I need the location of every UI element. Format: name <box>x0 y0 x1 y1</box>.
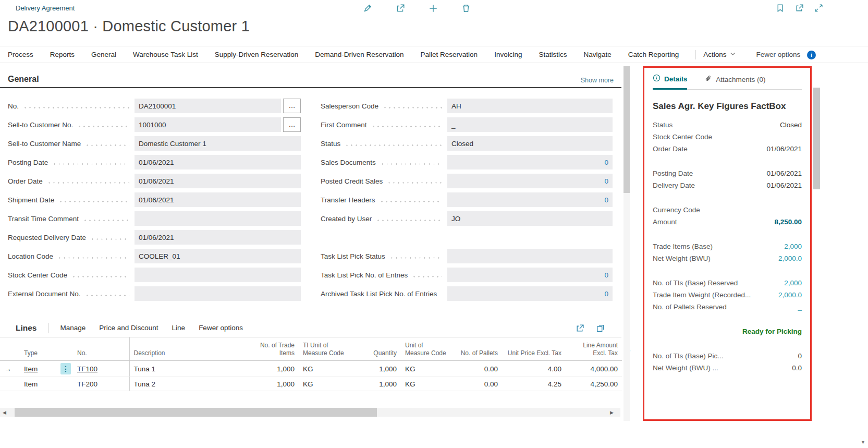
field-input[interactable]: 0 <box>447 286 613 301</box>
assist-edit-button[interactable]: … <box>283 117 301 132</box>
factbox-row-value[interactable]: 01/06/2021 <box>766 145 802 153</box>
scroll-down-icon[interactable]: ▼ <box>861 440 865 445</box>
field-input[interactable]: 0 <box>447 174 613 188</box>
field-input[interactable]: COOLER_01 <box>135 249 301 263</box>
factbox-row-value[interactable]: 0 <box>798 352 802 360</box>
cell-type[interactable]: Item <box>20 377 56 391</box>
cell-unit-price[interactable]: 4.00 <box>502 361 566 377</box>
resize-window-button[interactable] <box>813 3 824 14</box>
col-type[interactable]: Type <box>20 337 56 361</box>
factbox-row-value[interactable]: 2,000 <box>784 279 802 287</box>
delete-button[interactable] <box>460 3 472 14</box>
factbox-row-value[interactable]: 2,000 <box>784 243 802 250</box>
col-line-amount-excl-tax[interactable]: Line Amount Excl. Tax <box>566 337 622 361</box>
field-input[interactable]: 0 <box>447 155 613 169</box>
edit-button[interactable] <box>362 3 373 14</box>
cell-no[interactable]: TF200 <box>73 377 129 391</box>
table-row[interactable]: → Item ⋮ TF100 Tuna 1 1,000 KG 1,000 KG … <box>0 361 622 377</box>
horizontal-scrollbar[interactable]: ◀ ▶ <box>0 408 620 417</box>
col-unit-price-excl-tax[interactable]: Unit Price Excl. Tax <box>502 337 566 361</box>
factbox-row-value[interactable]: Closed <box>780 121 802 129</box>
cell-line-amount[interactable]: 4,250.00 <box>566 377 622 391</box>
action-bar-tab[interactable]: Navigate <box>583 51 620 58</box>
horizontal-scrollbar-thumb[interactable] <box>15 408 377 417</box>
factbox-vertical-scrollbar-thumb[interactable] <box>813 88 820 189</box>
field-input[interactable]: JO <box>447 211 613 226</box>
row-menu-icon[interactable]: ⋮ <box>60 363 71 374</box>
col-unit-of-measure-code[interactable]: Unit of Measure Code <box>401 337 454 361</box>
cell-type[interactable]: Item <box>20 361 56 377</box>
info-icon[interactable]: i <box>807 51 816 59</box>
factbox-row-value[interactable]: 0.0 <box>792 364 802 372</box>
field-input[interactable]: 01/06/2021 <box>135 230 301 245</box>
factbox-row-value[interactable]: 2,000.0 <box>778 291 802 299</box>
lines-menu-price-and-discount[interactable]: Price and Discount <box>99 324 158 332</box>
main-vertical-scrollbar-thumb[interactable] <box>624 66 630 193</box>
cell-trade-items[interactable]: 1,000 <box>249 361 299 377</box>
main-vertical-scrollbar[interactable] <box>624 66 630 421</box>
share-button[interactable] <box>395 3 406 14</box>
assist-edit-button[interactable]: … <box>283 99 301 113</box>
cell-quantity[interactable]: 1,000 <box>355 377 401 391</box>
cell-pallets[interactable]: 0.00 <box>454 361 502 377</box>
field-input[interactable]: AH <box>447 99 613 113</box>
field-input[interactable] <box>135 211 301 226</box>
action-bar-tab[interactable]: Statistics <box>539 51 576 58</box>
field-input[interactable] <box>135 286 301 301</box>
lines-menu-manage[interactable]: Manage <box>60 324 85 332</box>
open-in-window-button[interactable] <box>595 323 606 334</box>
fewer-options-button[interactable]: Fewer options <box>756 51 801 58</box>
action-bar-tab[interactable]: Process <box>8 51 43 58</box>
cell-ti-uom[interactable]: KG <box>299 377 355 391</box>
cell-ti-uom[interactable]: KG <box>299 361 355 377</box>
field-input[interactable]: 01/06/2021 <box>135 174 301 188</box>
action-bar-tab[interactable]: Demand-Driven Reservation <box>315 51 413 58</box>
field-input[interactable]: 01/06/2021 <box>135 155 301 169</box>
col-no[interactable]: No. <box>73 337 129 361</box>
cell-no[interactable]: TF100 <box>73 361 129 377</box>
new-button[interactable] <box>427 3 439 14</box>
factbox-row-value[interactable]: 01/06/2021 <box>766 169 802 177</box>
lines-menu-line[interactable]: Line <box>172 324 186 332</box>
field-input[interactable]: DA2100001 <box>135 99 281 113</box>
action-bar-tab[interactable]: General <box>91 51 126 58</box>
table-row[interactable]: Item TF200 Tuna 2 1,000 KG 1,000 KG 0.00… <box>0 377 622 391</box>
field-input[interactable]: 0 <box>447 192 613 207</box>
tab-details[interactable]: Details <box>653 74 687 90</box>
field-input[interactable] <box>135 268 301 282</box>
bookmark-button[interactable] <box>775 3 786 14</box>
field-input[interactable] <box>447 249 613 263</box>
cell-unit-price[interactable]: 4.25 <box>502 377 566 391</box>
action-bar-tab[interactable]: Pallet Reservation <box>421 51 487 58</box>
scroll-left-icon[interactable]: ◀ <box>0 410 9 415</box>
factbox-row-value[interactable]: _ <box>798 303 802 311</box>
col-description[interactable]: Description <box>129 337 249 361</box>
scroll-right-icon[interactable]: ▶ <box>607 410 616 415</box>
cell-uom[interactable]: KG <box>401 377 454 391</box>
cell-line-amount[interactable]: 4,000.00 <box>566 361 622 377</box>
field-input[interactable]: 0 <box>447 268 613 282</box>
cell-trade-items[interactable]: 1,000 <box>249 377 299 391</box>
action-bar-tab[interactable]: Supply-Driven Reservation <box>215 51 308 58</box>
action-bar-tab[interactable]: Catch Reporting <box>628 51 689 58</box>
factbox-vertical-scrollbar[interactable] <box>813 66 820 421</box>
factbox-row-value[interactable]: Ready for Picking <box>742 328 802 335</box>
action-bar-tab[interactable]: Warehouse Task List <box>133 51 207 58</box>
factbox-row-value[interactable]: 2,000.0 <box>778 255 802 262</box>
col-no-of-pallets[interactable]: No. of Pallets <box>454 337 502 361</box>
col-no-of-trade-items[interactable]: No. of Trade Items <box>249 337 299 361</box>
field-input[interactable]: _ <box>447 117 613 132</box>
show-more-link[interactable]: Show more <box>581 77 614 84</box>
action-bar-tab[interactable]: Invoicing <box>494 51 531 58</box>
factbox-row-value[interactable]: 8,250.00 <box>774 218 802 226</box>
tab-attachments[interactable]: Attachments (0) <box>705 74 765 89</box>
col-ti-unit-of-measure-code[interactable]: TI Unit of Measure Code <box>299 337 355 361</box>
col-quantity[interactable]: Quantity <box>355 337 401 361</box>
cell-pallets[interactable]: 0.00 <box>454 377 502 391</box>
action-bar-tab[interactable]: Reports <box>50 51 84 58</box>
actions-menu[interactable]: Actions <box>703 51 735 58</box>
share-button[interactable] <box>574 323 585 334</box>
cell-description[interactable]: Tuna 1 <box>129 361 249 377</box>
cell-description[interactable]: Tuna 2 <box>129 377 249 391</box>
field-input[interactable]: 1001000 <box>135 117 281 132</box>
